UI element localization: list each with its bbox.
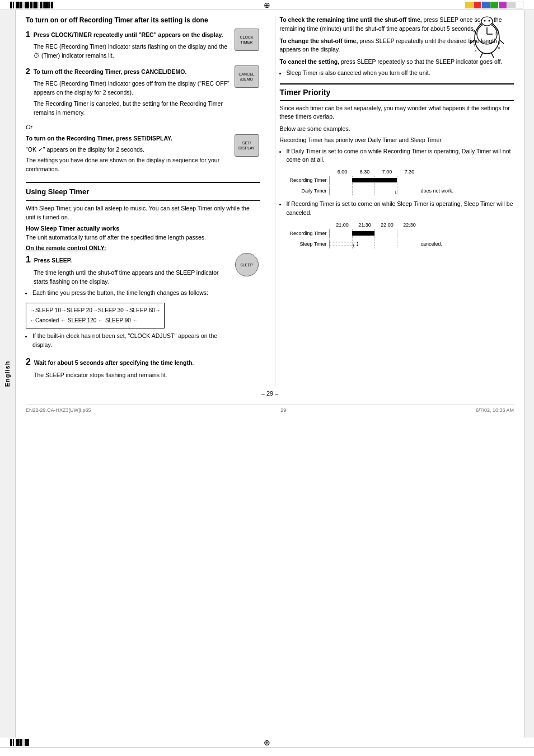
cancel-btn-label: CANCEL /DEMO <box>238 72 254 82</box>
sleep-step2-block: 2 Wait for about 5 seconds after specify… <box>26 355 260 382</box>
priority-divider <box>280 100 514 101</box>
bar-element <box>10 2 12 8</box>
sleep-intro: With Sleep Timer, you can fall asleep to… <box>26 204 260 222</box>
tick3b <box>397 186 419 195</box>
b-bar <box>25 739 29 746</box>
chart2-row1: Recording Timer <box>280 229 514 238</box>
b-bar <box>10 739 12 746</box>
sleep-cycle-diagram: →SLEEP 10→SLEEP 20→SLEEP 30→SLEEP 60→ ←C… <box>26 303 165 328</box>
color-bar <box>516 2 523 8</box>
step1-num: 1 <box>26 30 30 39</box>
sleep-timer-heading: Using Sleep Timer <box>26 187 260 197</box>
sleep-timer-arrow: └ <box>352 244 355 250</box>
bar-element <box>34 2 38 8</box>
recording-timer-section: To turn on or off Recording Timer after … <box>26 16 260 176</box>
cancel-demo-button: CANCEL /DEMO <box>235 65 259 88</box>
svg-text:1: 1 <box>497 28 499 31</box>
sleep-step1-label: Press SLEEP. <box>34 257 72 264</box>
tick2d <box>374 240 375 248</box>
bar-element <box>49 2 50 8</box>
step2-label: To turn off the Recording Timer, press C… <box>34 68 187 75</box>
chart2-header: 21:00 21:30 22:00 22:30 <box>331 222 514 228</box>
sleep-step1-block: 1 Press SLEEP. The time length until the… <box>26 253 260 352</box>
footer-right: 6/7/02, 10:36 AM <box>476 407 514 413</box>
bar-element <box>15 2 16 8</box>
main-content: 12 3 6 9 <box>16 10 524 738</box>
chart2-time2: 21:30 <box>354 222 376 228</box>
bar-element <box>16 2 20 8</box>
chart1-note: does not work. <box>421 188 454 194</box>
step2b-detail1: "OK ✓" appears on the display for 2 seco… <box>26 145 230 154</box>
tick3c <box>397 229 397 238</box>
sleep-step1-content: 1 Press SLEEP. The time length until the… <box>26 253 230 352</box>
chart2-row2-bar-area: └ <box>329 240 419 248</box>
page-footer: EN22-29.CA-HXZ3[UW]I.p65 29 6/7/02, 10:3… <box>26 405 514 413</box>
svg-point-9 <box>484 20 486 22</box>
step2b-text: To turn on the Recording Timer, press SE… <box>26 134 230 143</box>
clock-illustration: 12 3 6 9 <box>463 13 514 60</box>
clock-btn-label: CLOCK TIMER <box>240 35 253 45</box>
change-shutoff-label: To change the shut-off time, <box>280 37 358 44</box>
sleep-step1-num: 1 <box>26 255 31 264</box>
svg-point-10 <box>489 20 490 22</box>
sleep-btn-label: SLEEP <box>240 262 253 267</box>
top-bar-right-pattern <box>465 2 524 8</box>
check-remaining-label: To check the remaining time until the sh… <box>280 16 422 23</box>
section-divider-2 <box>280 83 514 84</box>
tick2b <box>374 186 397 195</box>
sleep-bullet1: Each time you press the button, the time… <box>32 289 230 298</box>
bar-element <box>51 2 53 8</box>
timer-priority-intro: Since each timer can be set separately, … <box>280 104 514 122</box>
step1-text: 1 Press CLOCK/TIMER repeatedly until "RE… <box>26 29 230 40</box>
sleep-step1-text: 1 Press SLEEP. <box>26 253 230 266</box>
top-bar-left-pattern <box>10 2 54 8</box>
cancel-setting-label: To cancel the setting, <box>280 58 340 65</box>
chart1-row1-label: Recording Timer <box>280 177 329 183</box>
cancel-bullet-list: Sleep Timer is also canceled when you tu… <box>280 69 514 78</box>
svg-line-11 <box>480 53 483 58</box>
sleep-section-line <box>26 200 260 201</box>
bottom-compass: ⊕ <box>264 738 270 747</box>
svg-point-8 <box>481 17 493 26</box>
sleep-step1-bullets: Each time you press the button, the time… <box>26 289 230 298</box>
step2-content: 2 To turn off the Recording Timer, press… <box>26 65 230 119</box>
tick3d <box>397 240 397 248</box>
color-bar <box>490 2 498 8</box>
recording-bar2 <box>352 231 374 236</box>
svg-line-13 <box>470 40 475 44</box>
priority-note1: Recording Timer has priority over Daily … <box>280 136 514 145</box>
tick2c <box>374 229 375 238</box>
chart2-note: canceled. <box>421 241 443 247</box>
footer-mid: 29 <box>280 407 286 413</box>
svg-text:9: 9 <box>475 32 477 36</box>
chart1-row1-bar-area <box>329 176 419 185</box>
two-column-layout: To turn on or off Recording Timer after … <box>26 16 514 386</box>
sleep-button: SLEEP <box>235 253 259 276</box>
b-bar <box>13 739 14 746</box>
chart1-row2: Daily Timer └ does not work. <box>280 186 514 195</box>
right-column: To check the remaining time until the sh… <box>275 16 514 386</box>
top-content-area: 12 3 6 9 <box>26 16 514 386</box>
chart1-time2: 6:30 <box>354 169 376 175</box>
step2-text: 2 To turn off the Recording Timer, press… <box>26 65 230 77</box>
step1-block: 1 Press CLOCK/TIMER repeatedly until "RE… <box>26 29 260 63</box>
step1-label: Press CLOCK/TIMER repeatedly until "REC"… <box>34 31 223 38</box>
recording-bar1 <box>352 178 397 182</box>
bar-element <box>32 2 34 8</box>
clock-timer-button: CLOCK TIMER <box>235 29 259 51</box>
top-decorative-bar: ⊕ <box>0 0 534 10</box>
cancel-bullet: Sleep Timer is also canceled when you tu… <box>287 69 514 78</box>
step2b-detail2: The settings you have done are shown on … <box>26 156 230 174</box>
chart1-row2-label: Daily Timer <box>280 188 329 194</box>
bar-element <box>38 2 39 8</box>
left-column: To turn on or off Recording Timer after … <box>26 16 265 386</box>
timer-chart-1: 6:00 6:30 7:00 7:30 Recording Timer <box>280 169 514 195</box>
chart2-row2: Sleep Timer └ canc <box>280 240 514 248</box>
svg-point-0 <box>475 22 499 54</box>
timer-priority-heading: Timer Priority <box>280 88 514 97</box>
footer-left: EN22-29.CA-HXZ3[UW]I.p65 <box>26 407 91 413</box>
chart1-time4: 7:30 <box>399 169 421 175</box>
bar-element <box>40 2 42 8</box>
color-bar <box>507 2 515 8</box>
chart1-time1: 6:00 <box>331 169 354 175</box>
